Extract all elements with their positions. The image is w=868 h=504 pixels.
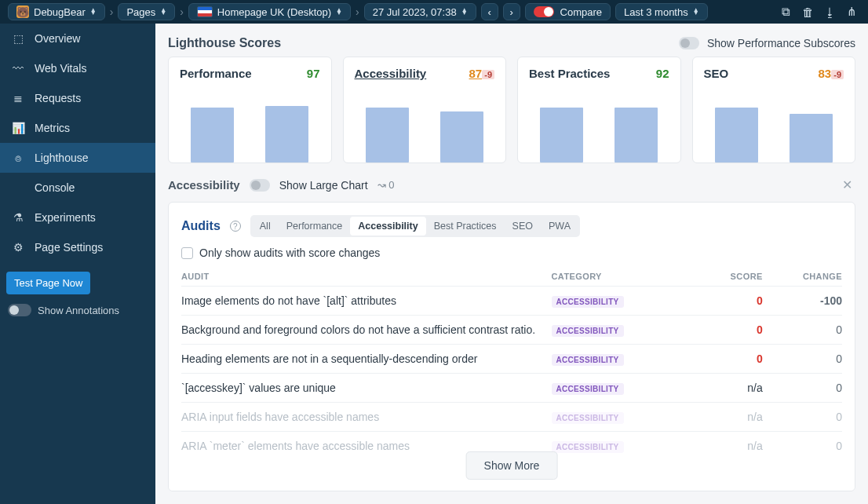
tab-all[interactable]: All: [252, 217, 279, 236]
test-page-button[interactable]: Test Page Now: [6, 272, 90, 294]
score-card-seo[interactable]: SEO83-9: [692, 57, 856, 163]
category-pill: ACCESSIBILITY: [552, 325, 624, 337]
sidebar-item-requests[interactable]: ≣Requests: [0, 83, 155, 113]
range-selector[interactable]: Last 3 months ▲▼: [615, 3, 708, 20]
share-button[interactable]: ⋔: [843, 3, 860, 20]
sidebar: ⬚Overview〰Web Vitals≣Requests📊Metrics⌾Li…: [0, 24, 155, 504]
show-large-chart[interactable]: Show Large Chart: [279, 179, 368, 192]
category-pill: ACCESSIBILITY: [552, 412, 624, 424]
close-icon: ✕: [842, 178, 852, 192]
close-button[interactable]: ✕: [839, 174, 855, 195]
show-more-button[interactable]: Show More: [466, 451, 558, 480]
breadcrumb-brand[interactable]: 🐻 DebugBear ▲▼: [8, 3, 105, 20]
score-card-accessibility[interactable]: Accessibility87-9: [343, 57, 507, 163]
card-title: Accessibility: [355, 67, 427, 80]
audit-score: n/a: [698, 374, 763, 403]
audit-score: n/a: [698, 432, 763, 461]
chevron-right-icon: ›: [509, 6, 512, 18]
sidebar-item-page-settings[interactable]: ⚙Page Settings: [0, 232, 155, 262]
audit-change: 0: [763, 403, 842, 432]
col-category: CATEGORY: [552, 267, 698, 287]
sort-icon: ▲▼: [461, 9, 468, 15]
download-button[interactable]: ⭳: [821, 3, 838, 20]
tab-best-practices[interactable]: Best Practices: [426, 217, 505, 236]
tab-pwa[interactable]: PWA: [541, 217, 578, 236]
delta-badge: -9: [482, 70, 494, 79]
prev-button[interactable]: ‹: [481, 3, 498, 20]
sidebar-item-experiments[interactable]: ⚗Experiments: [0, 203, 155, 232]
audit-name: ARIA input fields have accessible names: [181, 403, 552, 432]
help-icon[interactable]: ?: [230, 221, 241, 232]
topbar: 🐻 DebugBear ▲▼ › Pages ▲▼ › Homepage UK …: [0, 0, 868, 24]
sidebar-item-lighthouse[interactable]: ⌾Lighthouse: [0, 143, 155, 173]
nav-icon: ⬚: [11, 32, 25, 45]
nav-icon: 〰: [11, 62, 25, 75]
delete-button[interactable]: 🗑: [799, 3, 816, 20]
table-row[interactable]: Heading elements are not in a sequential…: [181, 345, 842, 374]
audit-category: ACCESSIBILITY: [552, 316, 698, 345]
card-title: SEO: [704, 67, 729, 80]
table-row[interactable]: `[accesskey]` values are uniqueACCESSIBI…: [181, 374, 842, 403]
card-score: 97: [307, 67, 320, 80]
category-pill: ACCESSIBILITY: [552, 441, 624, 453]
sidebar-item-label: Requests: [35, 92, 81, 104]
flag-icon: [197, 6, 213, 17]
sidebar-item-label: Overview: [35, 32, 80, 45]
main-content: Lighthouse Scores Show Performance Subsc…: [155, 24, 868, 504]
sidebar-item-overview[interactable]: ⬚Overview: [0, 24, 155, 53]
download-icon: ⭳: [824, 5, 836, 19]
external-link-icon: ⧉: [782, 5, 790, 19]
audit-score: n/a: [698, 403, 763, 432]
sort-icon: ▲▼: [90, 9, 97, 15]
audits-panel: Audits ? AllPerformanceAccessibilityBest…: [168, 202, 855, 491]
toggle-off-icon[interactable]: [250, 179, 270, 192]
nav-icon: ≣: [11, 92, 25, 104]
toggle-on-icon: [534, 6, 554, 17]
table-row[interactable]: Image elements do not have `[alt]` attri…: [181, 287, 842, 316]
sidebar-item-label: Experiments: [35, 211, 96, 224]
breadcrumb-page[interactable]: Homepage UK (Desktop) ▲▼: [188, 3, 351, 20]
card-bars: [180, 80, 320, 163]
table-row[interactable]: Background and foreground colors do not …: [181, 316, 842, 345]
only-changes-checkbox[interactable]: Only show audits with score changes: [181, 247, 842, 259]
date-selector[interactable]: 27 Jul 2023, 07:38 ▲▼: [364, 3, 476, 20]
annotations-toggle[interactable]: Show Annotations: [0, 304, 155, 316]
audit-change: 0: [763, 432, 842, 461]
sidebar-item-label: Page Settings: [35, 241, 103, 254]
tab-performance[interactable]: Performance: [279, 217, 351, 236]
bar-before: [540, 108, 583, 163]
next-button[interactable]: ›: [503, 3, 520, 20]
nav-icon: 📊: [11, 122, 25, 134]
audit-change: 0: [763, 345, 842, 374]
score-cards: Performance97Accessibility87-9Best Pract…: [168, 57, 855, 163]
audit-name: Image elements do not have `[alt]` attri…: [181, 287, 552, 316]
sidebar-item-web-vitals[interactable]: 〰Web Vitals: [0, 53, 155, 83]
tab-seo[interactable]: SEO: [505, 217, 541, 236]
breadcrumb-pages[interactable]: Pages ▲▼: [118, 3, 175, 20]
audit-category: ACCESSIBILITY: [552, 432, 698, 461]
scores-heading: Lighthouse Scores: [168, 36, 281, 50]
logo-icon: 🐻: [16, 5, 29, 18]
sort-icon: ▲▼: [693, 9, 699, 15]
compare-toggle[interactable]: Compare: [525, 3, 611, 20]
card-score: 92: [656, 67, 669, 80]
card-score: 83: [819, 67, 832, 80]
annotations-label: Show Annotations: [38, 305, 119, 316]
table-row[interactable]: ARIA input fields have accessible namesA…: [181, 403, 842, 432]
delta-badge: -9: [831, 70, 844, 79]
score-card-performance[interactable]: Performance97: [168, 57, 332, 163]
audit-category: ACCESSIBILITY: [552, 374, 698, 403]
tab-accessibility[interactable]: Accessibility: [350, 217, 425, 236]
score-card-best-practices[interactable]: Best Practices92: [517, 57, 681, 163]
sidebar-item-metrics[interactable]: 📊Metrics: [0, 113, 155, 143]
subscores-toggle[interactable]: Show Performance Subscores: [679, 37, 855, 49]
trend-indicator: ↝ 0: [377, 179, 395, 191]
bar-before: [191, 108, 234, 163]
accessibility-subheader: Accessibility Show Large Chart ↝ 0 ✕: [168, 170, 855, 195]
audit-change: 0: [763, 374, 842, 403]
chevron-right-icon: ›: [356, 5, 359, 18]
sidebar-item-console[interactable]: Console: [0, 173, 155, 203]
open-external-button[interactable]: ⧉: [777, 3, 794, 20]
audit-change: 0: [763, 316, 842, 345]
checkbox-icon: [181, 247, 193, 259]
